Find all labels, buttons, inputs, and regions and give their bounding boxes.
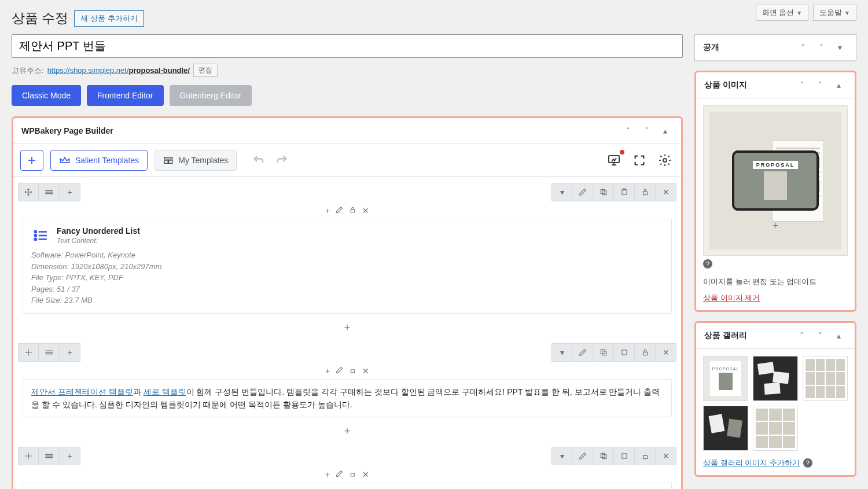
col-edit-icon[interactable] (334, 365, 344, 377)
col-add-icon[interactable]: + (324, 469, 331, 480)
redo-button[interactable] (273, 151, 291, 170)
settings-gear-icon[interactable] (656, 151, 674, 170)
row-copy-icon[interactable] (593, 183, 614, 201)
panel-up-icon[interactable]: ˄ (795, 41, 811, 54)
panel-down-icon[interactable]: ˅ (812, 329, 828, 343)
row-move-icon[interactable] (18, 447, 39, 465)
my-templates-button[interactable]: My Templates (155, 150, 237, 171)
gallery-thumbnail[interactable] (753, 406, 798, 451)
panel-up-icon[interactable]: ˄ (793, 329, 810, 343)
tablet-mockup-icon: PROPOSAL (732, 150, 819, 211)
permalink-row: 고유주소: https://shop.simplep.net/proposal-… (12, 64, 683, 77)
add-gallery-images-link[interactable]: 상품 갤러리 이미지 추가하기 (703, 458, 800, 468)
panel-toggle-icon[interactable]: ▾ (832, 41, 848, 54)
edit-slug-button[interactable]: 편집 (193, 64, 218, 77)
col-edit-icon[interactable] (334, 205, 344, 216)
panel-up-icon[interactable]: ˄ (793, 78, 810, 92)
text-link[interactable]: 세로 템플릿 (144, 387, 186, 396)
fullscreen-icon[interactable] (630, 151, 649, 170)
row-delete-icon[interactable]: ✕ (656, 343, 676, 362)
row-copy-icon[interactable] (593, 447, 614, 465)
col-lock-icon[interactable] (348, 365, 358, 377)
row-add-icon[interactable]: + (60, 183, 80, 201)
row-clone-icon[interactable] (614, 343, 635, 362)
help-tooltip-icon[interactable]: ? (803, 458, 812, 468)
row-edit-icon[interactable] (572, 183, 593, 201)
row-layout-icon[interactable] (39, 447, 60, 465)
col-delete-icon[interactable]: ✕ (361, 469, 370, 480)
row-layout-icon[interactable] (39, 183, 60, 201)
svg-point-22 (35, 238, 36, 240)
gallery-thumbnail[interactable] (753, 356, 798, 401)
row-edit-icon[interactable] (572, 343, 593, 362)
panel-toggle-icon[interactable]: ▴ (830, 329, 847, 343)
row-delete-icon[interactable]: ✕ (656, 447, 676, 465)
col-add-icon[interactable]: + (324, 205, 331, 216)
builder-row: + ▾ ✕ + (18, 182, 676, 337)
row-copy-icon[interactable] (593, 343, 614, 362)
row-add-icon[interactable]: + (60, 447, 80, 465)
classic-mode-button[interactable]: Classic Mode (12, 85, 81, 106)
help-tooltip-icon[interactable]: ? (703, 259, 712, 269)
presentation-icon[interactable] (605, 151, 623, 170)
remove-product-image-link[interactable]: 상품 이미지 제거 (703, 293, 760, 302)
wpbakery-panel-title: WPBakery Page Builder (21, 126, 113, 135)
gutenberg-editor-button[interactable]: Gutenberg Editor (170, 85, 252, 106)
row-clone-icon[interactable] (614, 447, 635, 465)
row-lock-icon[interactable] (635, 447, 656, 465)
panel-down-icon[interactable]: ˅ (812, 78, 828, 92)
add-new-product-button[interactable]: 새 상품 추가하기 (74, 10, 144, 27)
panel-toggle-icon[interactable]: ▴ (830, 78, 847, 92)
panel-toggle-icon[interactable]: ▴ (657, 124, 673, 138)
col-edit-icon[interactable] (334, 469, 344, 480)
fancy-list-element[interactable]: Fancy Unordered List Text Content: Softw… (23, 219, 672, 314)
panel-down-icon[interactable]: ˅ (813, 41, 829, 54)
svg-rect-29 (621, 350, 626, 354)
row-edit-icon[interactable] (572, 447, 593, 465)
col-delete-icon[interactable]: ✕ (361, 205, 370, 216)
text-block-element[interactable]: 제안서 프레젠테이션 템플릿과 세로 템플릿이 함께 구성된 번들입니다. 템플… (23, 379, 672, 418)
row-clone-icon[interactable] (614, 183, 635, 201)
text-block-element[interactable]: 제안서 번들 특징 프레젠테이션(가로) + A4 세로 템플릿 (23, 483, 672, 489)
row-move-icon[interactable] (18, 343, 39, 362)
product-image-thumbnail[interactable]: PROPOSAL + (703, 105, 848, 256)
svg-rect-14 (621, 190, 626, 194)
screen-options-button[interactable]: 화면 옵션▼ (756, 5, 809, 21)
product-title-input[interactable] (12, 34, 683, 58)
row-dropdown-icon[interactable]: ▾ (551, 447, 572, 465)
row-lock-icon[interactable] (635, 343, 656, 362)
product-gallery-panel-title: 상품 갤러리 (704, 330, 747, 341)
svg-rect-4 (169, 160, 172, 163)
gallery-thumbnail[interactable] (703, 406, 748, 451)
row-dropdown-icon[interactable]: ▾ (551, 183, 572, 201)
salient-templates-button[interactable]: Salient Templates (50, 150, 148, 171)
undo-button[interactable] (249, 151, 268, 170)
list-line: File Size: 23.7 MB (31, 295, 663, 306)
add-element-button[interactable] (20, 150, 43, 171)
templates-icon (163, 156, 174, 165)
svg-rect-3 (165, 160, 168, 163)
row-lock-icon[interactable] (635, 183, 656, 201)
row-add-icon[interactable]: + (60, 343, 80, 362)
col-delete-icon[interactable]: ✕ (361, 365, 370, 377)
panel-down-icon[interactable]: ˅ (638, 124, 654, 138)
row-move-icon[interactable] (18, 183, 39, 201)
add-element-below-icon[interactable]: + (18, 422, 676, 441)
panel-up-icon[interactable]: ˄ (620, 124, 636, 138)
col-lock-icon[interactable] (348, 205, 358, 216)
svg-rect-31 (351, 369, 355, 372)
svg-rect-27 (602, 351, 606, 355)
permalink-link[interactable]: https://shop.simplep.net/proposal-bundle… (47, 66, 190, 75)
permalink-label: 고유주소: (12, 65, 44, 76)
row-layout-icon[interactable] (39, 343, 60, 362)
gallery-thumbnail[interactable] (803, 356, 848, 401)
help-button[interactable]: 도움말▼ (813, 5, 856, 21)
row-delete-icon[interactable]: ✕ (656, 183, 676, 201)
col-add-icon[interactable]: + (324, 365, 331, 377)
frontend-editor-button[interactable]: Frontend Editor (87, 85, 164, 106)
add-element-below-icon[interactable]: + (18, 318, 676, 337)
row-dropdown-icon[interactable]: ▾ (551, 343, 572, 362)
col-lock-icon[interactable] (348, 469, 358, 480)
gallery-thumbnail[interactable]: PROPOSAL (703, 356, 748, 401)
text-link[interactable]: 제안서 프레젠테이션 템플릿 (31, 387, 133, 396)
